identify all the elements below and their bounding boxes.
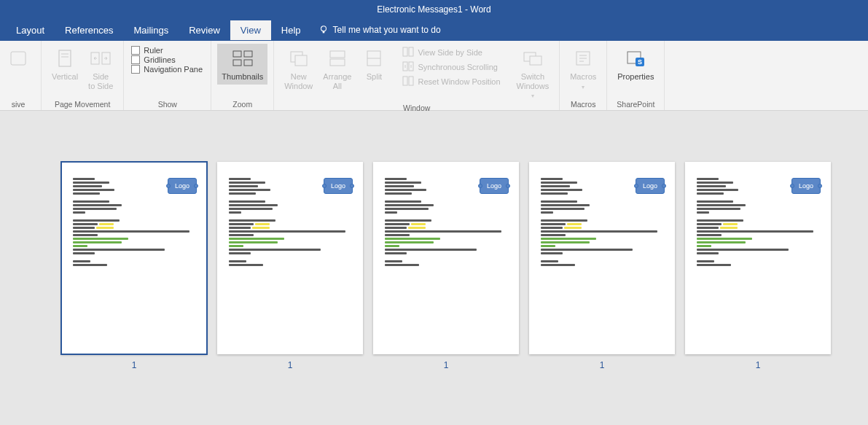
properties-label: Properties [617,72,654,82]
thumbnails-button[interactable]: Thumbnails [217,44,267,85]
properties-button[interactable]: S Properties [613,44,658,85]
page-thumbnail[interactable]: Logo 1 [61,162,207,354]
macros-button[interactable]: Macros ▾ [566,44,601,93]
menu-review[interactable]: Review [179,20,230,40]
page-number: 1 [61,360,207,370]
sync-scroll-icon [402,61,414,73]
sync-scroll-button[interactable]: Synchronous Scrolling [400,60,502,74]
thumbnails-label: Thumbnails [222,72,263,82]
new-window-icon [287,47,310,70]
vertical-button[interactable]: Vertical [47,44,82,85]
immersive-button[interactable] [1,44,35,73]
svg-rect-13 [295,55,307,66]
immersive-icon [7,47,30,70]
reset-window-label: Reset Window Position [418,77,500,86]
macros-label: Macros [570,72,596,82]
page-thumbnail[interactable]: Logo 1 [529,162,675,354]
menu-bar: Layout References Mailings Review View H… [0,19,868,41]
side-to-side-button[interactable]: Side to Side [84,44,117,93]
svg-rect-10 [233,60,241,66]
new-window-button[interactable]: New Window [280,44,317,93]
split-button[interactable]: Split [357,44,391,85]
page-thumbnail[interactable]: Logo 1 [685,162,831,354]
page-number: 1 [217,360,363,370]
side-side-icon [89,47,112,70]
group-label-zoom: Zoom [217,98,267,109]
svg-rect-19 [409,47,413,56]
ruler-checkbox[interactable]: Ruler [131,46,203,55]
group-label-window: Window [280,102,553,112]
menu-help[interactable]: Help [271,20,311,40]
reset-window-icon [402,76,414,87]
page-number: 1 [373,360,519,370]
sharepoint-icon: S [624,47,647,70]
switch-windows-button[interactable]: Switch Windows ▾ [512,44,554,102]
group-label-sharepoint: SharePoint [613,98,658,109]
svg-rect-2 [11,52,26,65]
thumbnails-icon [231,47,254,70]
split-label: Split [367,72,382,82]
page-thumbnail[interactable]: Logo 1 [373,162,519,354]
svg-text:S: S [638,58,642,66]
macros-icon [571,47,595,70]
app-title: Electronic Messages1 - Word [377,4,491,15]
menu-mailings[interactable]: Mailings [124,20,179,40]
sync-scroll-label: Synchronous Scrolling [418,63,497,71]
title-bar: Electronic Messages1 - Word [0,0,868,19]
gridlines-label: Gridlines [144,55,175,64]
menu-layout[interactable]: Layout [6,20,55,40]
thumbnails-area: Logo 1 Logo 1 Logo [0,111,868,354]
svg-point-0 [321,26,326,31]
reset-window-button[interactable]: Reset Window Position [400,74,502,89]
logo-badge: Logo [480,178,509,194]
arrange-all-icon [326,47,349,70]
checkbox-icon [131,55,140,64]
svg-rect-3 [59,50,71,66]
logo-badge: Logo [324,178,353,194]
checkbox-icon [131,46,140,55]
chevron-down-icon: ▾ [531,93,534,99]
view-side-label: View Side by Side [418,48,482,57]
svg-rect-9 [244,51,252,57]
side-side-label: Side to Side [88,72,113,90]
vertical-icon [53,47,77,70]
navpane-checkbox[interactable]: Navigation Pane [131,65,203,74]
svg-rect-25 [530,56,541,65]
chevron-down-icon: ▾ [582,84,584,90]
svg-rect-14 [330,51,345,58]
checkbox-icon [131,65,140,74]
lightbulb-icon [318,25,329,35]
svg-rect-8 [233,51,241,57]
svg-rect-23 [409,77,413,85]
svg-rect-1 [322,31,324,34]
menu-references[interactable]: References [55,20,123,40]
ribbon: sive Vertical Side to Side Page Movement… [0,41,868,111]
page-thumbnail[interactable]: Logo 1 [217,162,363,354]
group-label-page-movement: Page Movement [47,98,117,109]
arrange-all-button[interactable]: Arrange All [318,44,356,93]
switch-windows-label: Switch Windows [517,72,550,90]
logo-badge: Logo [791,178,821,194]
side-by-side-icon [402,47,414,58]
menu-view[interactable]: View [230,20,271,40]
tell-me-label: Tell me what you want to do [333,25,441,35]
arrange-all-label: Arrange All [323,72,351,90]
svg-rect-22 [403,77,407,85]
svg-rect-11 [244,60,252,66]
svg-rect-18 [403,47,407,56]
logo-badge: Logo [168,178,197,194]
view-side-by-side-button[interactable]: View Side by Side [400,45,502,60]
page-number: 1 [685,360,831,370]
page-number: 1 [529,360,675,370]
ruler-label: Ruler [144,46,163,55]
tell-me-search[interactable]: Tell me what you want to do [318,25,441,35]
vertical-label: Vertical [52,72,78,82]
navpane-label: Navigation Pane [144,65,203,74]
group-label-macros: Macros [566,98,601,109]
group-label-sive: sive [1,98,35,109]
switch-windows-icon [521,47,544,70]
gridlines-checkbox[interactable]: Gridlines [131,55,203,64]
svg-rect-15 [330,59,345,66]
split-icon [362,47,386,70]
group-label-show: Show [130,98,205,109]
